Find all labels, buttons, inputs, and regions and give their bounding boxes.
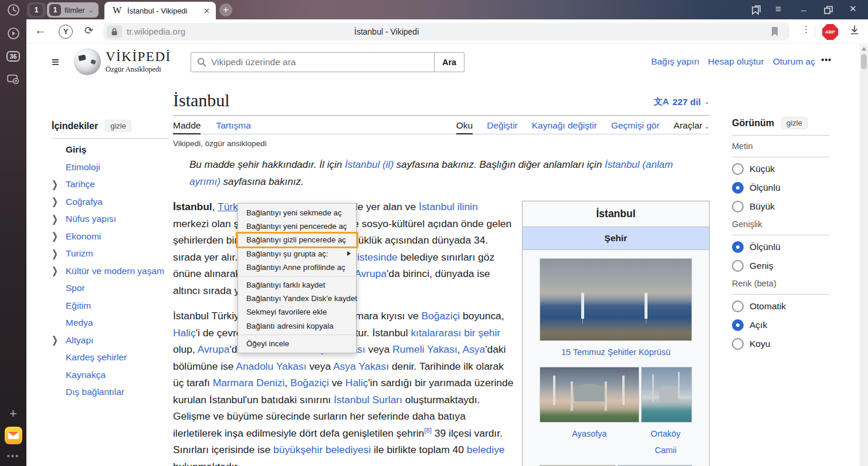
radio-button[interactable] — [732, 319, 744, 331]
header-link[interactable]: Hesap oluştur — [708, 56, 764, 67]
toc-item[interactable]: Medya — [52, 318, 169, 328]
language-selector[interactable]: 文A 227 dil ⌄ — [654, 96, 710, 107]
yandex-mail-icon[interactable] — [0, 427, 26, 444]
bookmark-flag-icon[interactable] — [771, 26, 779, 37]
view-tab[interactable]: Geçmişi gör — [611, 116, 660, 134]
toc-item[interactable]: ❯Ekonomi — [52, 231, 169, 242]
minimize-icon[interactable]: _ — [801, 1, 806, 11]
history-clock-icon[interactable] — [0, 4, 26, 16]
article-link[interactable]: belediye — [467, 444, 505, 455]
photo-caption[interactable]: Ayasofya — [540, 426, 639, 459]
context-menu-item[interactable]: Öğeyi incele — [238, 337, 356, 350]
toc-item[interactable]: Kaynakça — [52, 370, 169, 380]
article-link[interactable]: Avrupa — [198, 343, 230, 355]
radio-button[interactable] — [732, 338, 744, 350]
page-scrollbar[interactable] — [860, 45, 868, 466]
radio-button[interactable] — [732, 260, 744, 272]
hagia-sophia-photo[interactable] — [540, 367, 639, 423]
toc-item[interactable]: ❯Turizm — [52, 248, 169, 259]
search-submit-button[interactable]: Ara — [434, 52, 464, 72]
appearance-option[interactable]: Koyu — [732, 338, 829, 350]
toc-item[interactable]: Giriş — [52, 144, 169, 155]
tab-madde[interactable]: Madde — [173, 116, 201, 134]
toc-item[interactable]: Eğitim — [52, 300, 169, 311]
context-menu-item[interactable]: Bağlantı adresini kopyala — [238, 319, 356, 333]
article-link[interactable]: Asya — [463, 343, 486, 355]
appearance-hide-button[interactable]: gizle — [781, 117, 808, 129]
browser-menu-icon[interactable]: ≡ — [775, 4, 781, 15]
article-link[interactable]: Haliç — [345, 377, 368, 389]
article-link[interactable]: İstanbul Surları — [334, 394, 402, 406]
view-tab[interactable]: Kaynağı değiştir — [532, 116, 597, 134]
context-menu-item[interactable]: Bağlantıyı farklı kaydet — [238, 278, 356, 292]
extensions-kebab-icon[interactable]: ⋮ — [802, 24, 811, 35]
yandex-button[interactable]: Y — [59, 25, 73, 39]
toc-expand-icon[interactable]: ❯ — [52, 265, 66, 277]
header-link[interactable]: Bağış yapın — [651, 56, 699, 67]
ortakoy-mosque-photo[interactable] — [641, 367, 692, 423]
toc-item[interactable]: Spor — [52, 283, 169, 293]
radio-button[interactable] — [732, 241, 744, 253]
address-bar[interactable]: tr.wikipedia.org İstanbul - Vikipedi — [103, 23, 789, 40]
radio-button[interactable] — [732, 163, 744, 175]
article-link[interactable]: Haliç — [173, 327, 196, 339]
toc-item[interactable]: Etimoloji — [52, 162, 169, 173]
secure-lock-icon[interactable] — [107, 25, 122, 38]
view-tab[interactable]: Değiştir — [487, 116, 518, 134]
appearance-option[interactable]: Büyük — [732, 201, 829, 212]
close-tab-icon[interactable]: ✕ — [204, 6, 210, 15]
new-tab-button[interactable]: + — [219, 4, 232, 16]
article-link[interactable]: Anadolu Yakası — [236, 360, 306, 372]
reference-link[interactable]: [8] — [424, 427, 432, 434]
context-menu-item[interactable]: Bağlantıyı yeni sekmede aç — [238, 206, 356, 220]
view-tab[interactable]: Oku — [456, 116, 473, 134]
tab-group-filmler[interactable]: 1 filmler ⌄ — [47, 2, 99, 18]
back-button[interactable]: ← — [35, 23, 46, 37]
article-link[interactable]: Marmara Denizi — [213, 377, 285, 389]
toc-item[interactable]: ❯Altyapı — [52, 335, 169, 346]
photo-caption[interactable]: 15 Temmuz Şehitler Köprüsü — [540, 344, 692, 361]
downloads-icon[interactable] — [849, 25, 860, 35]
toc-item[interactable]: ❯Coğrafya — [52, 197, 169, 207]
toc-expand-icon[interactable]: ❯ — [52, 231, 66, 242]
appearance-option[interactable]: Geniş — [732, 260, 829, 272]
toc-expand-icon[interactable]: ❯ — [52, 335, 66, 346]
article-link[interactable]: büyükşehir belediyesi — [273, 444, 371, 455]
toc-expand-icon[interactable]: ❯ — [52, 213, 66, 225]
context-menu-item[interactable]: Bağlantıyı gizli pencerede aç — [238, 233, 356, 246]
toc-item[interactable]: ❯Kültür ve modern yaşam — [52, 266, 169, 276]
appearance-option[interactable]: Açık — [732, 319, 829, 331]
toc-hide-button[interactable]: gizle — [105, 120, 131, 132]
toc-item[interactable]: ❯Nüfus yapısı — [52, 214, 169, 224]
tabs-count-badge[interactable]: 36 — [0, 50, 26, 62]
scroll-up-arrow[interactable] — [862, 47, 866, 50]
radio-button[interactable] — [732, 300, 744, 312]
appearance-option[interactable]: Ölçünlü — [732, 182, 829, 194]
toc-item[interactable]: ❯Tarihçe — [52, 179, 169, 190]
active-tab[interactable]: W İstanbul - Vikipedi ✕ — [104, 2, 216, 19]
wiki-more-icon[interactable]: ••• — [821, 55, 832, 65]
appearance-option[interactable]: Otomatik — [732, 300, 829, 312]
toc-expand-icon[interactable]: ❯ — [52, 178, 66, 190]
context-menu-item[interactable]: Bağlantıyı şu grupta aç: — [238, 247, 356, 261]
context-menu-item[interactable]: Sekmeyi favorilere ekle — [238, 305, 356, 319]
screenshot-icon[interactable] — [0, 73, 26, 87]
media-play-icon[interactable] — [0, 27, 26, 42]
radio-button[interactable] — [732, 201, 744, 212]
article-link[interactable]: kıtalararası bir şehir — [411, 327, 500, 339]
toc-item[interactable]: Dış bağlantılar — [52, 387, 169, 397]
scrollbar-thumb[interactable] — [861, 54, 867, 69]
tab-counter[interactable]: 1 — [27, 2, 46, 18]
context-menu-item[interactable]: Bağlantıyı yeni pencerede aç — [238, 220, 356, 233]
sidebar-more-icon[interactable]: ••• — [0, 451, 26, 461]
photo-caption[interactable]: Ortaköy Camii — [639, 426, 692, 459]
context-menu-item[interactable]: Bağlantıyı Anne profilinde aç — [238, 261, 356, 274]
article-link[interactable]: Rumeli Yakası — [392, 343, 457, 355]
close-window-icon[interactable]: ✕ — [849, 4, 857, 14]
appearance-option[interactable]: Ölçünlü — [732, 241, 829, 253]
toc-expand-icon[interactable]: ❯ — [52, 196, 66, 208]
bosphorus-bridge-photo[interactable] — [540, 258, 692, 341]
context-menu-item[interactable]: Bağlantıyı Yandex Disk'e kaydet — [238, 292, 356, 305]
tab-tartisma[interactable]: Tartışma — [216, 116, 250, 134]
article-link[interactable]: İstanbul ilinin — [419, 201, 478, 212]
